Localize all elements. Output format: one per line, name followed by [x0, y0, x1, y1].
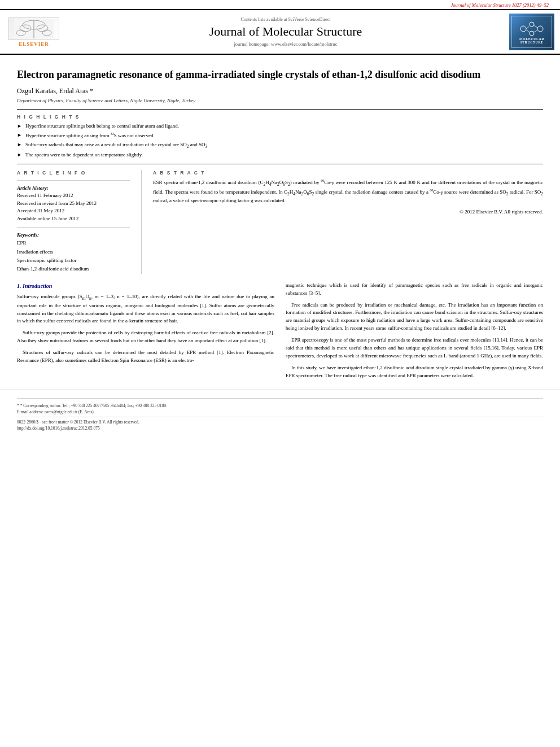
journal-homepage: journal homepage: www.elsevier.com/locat…	[68, 41, 504, 47]
article-info-column: A R T I C L E I N F O Article history: R…	[17, 170, 130, 273]
journal-reference: Journal of Molecular Structure 1027 (201…	[451, 2, 549, 8]
available-date: Available online 15 June 2012	[17, 215, 130, 223]
svg-line-11	[526, 27, 529, 29]
history-label: Article history:	[17, 185, 130, 191]
keywords-list: EPR Irradiation effects Spectroscopic sp…	[17, 239, 130, 273]
journal-title: Journal of Molecular Structure	[68, 24, 504, 39]
highlight-item-4: ► The spectra were to be dependent on te…	[17, 151, 543, 159]
body-col-left: 1. Introduction Sulfur-oxy molecule grou…	[17, 282, 274, 384]
intro-para-right-4: In this study, we have investigated etha…	[286, 364, 543, 380]
intro-para-3: Structures of sulfur-oxy radicals can be…	[17, 349, 274, 365]
keyword-irradiation: Irradiation effects	[17, 248, 130, 256]
svg-line-12	[534, 25, 537, 28]
body-col-right: magnetic technique which is used for ide…	[286, 282, 543, 384]
abstract-column: A B S T R A C T ESR spectra of ethan-1,2…	[153, 170, 543, 273]
highlight-arrow-1: ►	[17, 123, 22, 130]
highlight-item-2: ► Hyperfine structure splitting arising …	[17, 132, 543, 139]
received-date: Received 11 February 2012	[17, 192, 130, 200]
journal-reference-bar: Journal of Molecular Structure 1027 (201…	[0, 0, 560, 9]
column-divider	[141, 170, 142, 273]
svg-point-10	[530, 31, 534, 36]
divider-info-top	[17, 180, 130, 181]
article-info-abstract-section: A R T I C L E I N F O Article history: R…	[17, 170, 543, 273]
keywords-label: Keywords:	[17, 232, 130, 238]
svg-point-8	[530, 22, 534, 27]
footer: * * Corresponding author. Tel.; +90 388 …	[0, 390, 560, 435]
authors: Ozgul Karatas, Erdal Aras *	[17, 87, 543, 95]
intro-para-1: Sulfur-oxy molecule groups (SmOn, m = 1–…	[17, 293, 274, 325]
highlight-text-2: Hyperfine structure splitting arising fr…	[25, 132, 155, 139]
highlight-arrow-2: ►	[17, 132, 22, 139]
divider-info-mid	[17, 227, 130, 228]
elsevier-logo-area: ELSEVIER	[6, 18, 62, 47]
journal-center-info: Contents lists available at SciVerse Sci…	[68, 17, 504, 47]
abstract-label: A B S T R A C T	[153, 170, 543, 176]
highlight-arrow-3: ►	[17, 141, 22, 148]
intro-section-title: 1. Introduction	[17, 282, 274, 291]
keyword-ethan: Ethan-1,2-disulfonic acid disodium	[17, 265, 130, 273]
svg-line-13	[534, 30, 537, 32]
keyword-spectroscopic: Spectroscopic splitting factor	[17, 256, 130, 265]
right-logo-text: MOLECULAR STRUCTURE	[514, 37, 549, 44]
copyright-line: © 2012 Elsevier B.V. All rights reserved…	[153, 209, 543, 215]
molecular-structure-logo: MOLECULAR STRUCTURE	[509, 14, 554, 50]
svg-point-7	[520, 26, 526, 32]
intro-para-right-2: Free radicals can be produced by irradia…	[286, 302, 543, 333]
highlight-text-4: The spectra were to be dependent on temp…	[25, 151, 143, 159]
issn-note: 0022-2860/$ - see front matter © 2012 El…	[17, 420, 543, 425]
sciverse-line: Contents lists available at SciVerse Sci…	[68, 17, 504, 22]
highlight-item-3: ► Sulfur-oxy radicals that may arise as …	[17, 141, 543, 150]
elsevier-brand: ELSEVIER	[19, 41, 49, 47]
email-note: E-mail address: earas@nigde.edu.tr (E. A…	[17, 409, 543, 414]
keyword-epr: EPR	[17, 239, 130, 247]
corresponding-note: * * Corresponding author. Tel.; +90 388 …	[17, 403, 543, 408]
article-info-label: A R T I C L E I N F O	[17, 170, 130, 176]
svg-line-14	[526, 30, 530, 32]
highlight-text-1: Hyperfine structure splittings both belo…	[25, 123, 179, 130]
article-title: Electron paramagnetic resonance of gamma…	[17, 68, 543, 81]
divider-2	[17, 164, 543, 164]
intro-para-right-1: magnetic technique which is used for ide…	[286, 282, 543, 298]
accepted-date: Accepted 31 May 2012	[17, 207, 130, 215]
intro-para-right-3: EPR spectroscopy is one of the most powe…	[286, 337, 543, 360]
highlights-label: H I G H L I G H T S	[17, 114, 543, 120]
revised-date: Received in revised form 25 May 2012	[17, 200, 130, 208]
elsevier-logo-image	[8, 18, 59, 40]
highlight-text-3: Sulfur-oxy radicals that may arise as a …	[25, 141, 208, 150]
body-section: 1. Introduction Sulfur-oxy molecule grou…	[17, 282, 543, 384]
highlight-arrow-4: ►	[17, 151, 22, 159]
svg-point-9	[537, 26, 543, 32]
main-content: Electron paramagnetic resonance of gamma…	[0, 55, 560, 390]
highlight-item-1: ► Hyperfine structure splittings both be…	[17, 123, 543, 130]
affiliation: Department of Physics, Faculty of Scienc…	[17, 98, 543, 103]
footer-divider	[17, 398, 543, 399]
page: Journal of Molecular Structure 1027 (201…	[0, 0, 560, 747]
abstract-text: ESR spectra of ethan-1,2 disulfonic acid…	[153, 178, 543, 204]
doi-note: http://dx.doi.org/10.1016/j.molstruc.201…	[17, 426, 543, 431]
highlights-section: H I G H L I G H T S ► Hyperfine structur…	[17, 114, 543, 158]
journal-header: ELSEVIER Contents lists available at Sci…	[0, 9, 560, 55]
divider-1	[17, 109, 543, 110]
intro-para-2: Sulfur-oxy groups provide the protection…	[17, 329, 274, 345]
